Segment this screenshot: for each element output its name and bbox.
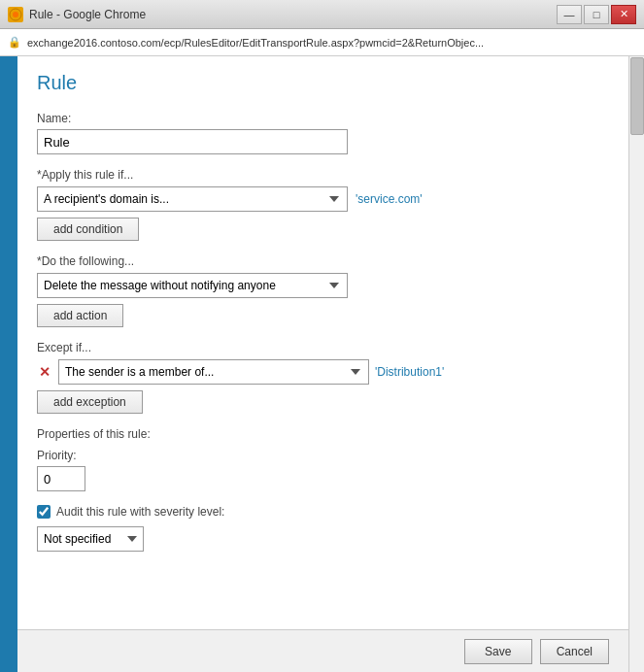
page-title: Rule — [37, 72, 609, 94]
apply-condition-select[interactable]: A recipient's domain is... — [37, 186, 348, 212]
do-action-row: Delete the message without notifying any… — [37, 273, 609, 298]
priority-input[interactable] — [37, 466, 85, 491]
properties-label: Properties of this rule: — [37, 427, 609, 441]
title-bar: Rule - Google Chrome — □ ✕ — [0, 0, 644, 29]
except-if-label: Except if... — [37, 341, 609, 354]
main-container: Rule Name: *Apply this rule if... A reci… — [0, 56, 644, 672]
exception-select[interactable]: The sender is a member of... — [58, 359, 369, 385]
svg-point-1 — [13, 12, 18, 17]
apply-condition-row: A recipient's domain is... 'service.com' — [37, 186, 609, 212]
close-button[interactable]: ✕ — [611, 5, 636, 24]
address-bar: 🔒 exchange2016.contoso.com/ecp/RulesEdit… — [0, 29, 644, 56]
exception-row: ✕ The sender is a member of... 'Distribu… — [37, 359, 609, 385]
name-label: Name: — [37, 112, 609, 125]
sidebar-accent — [0, 56, 17, 672]
content-area: Rule Name: *Apply this rule if... A reci… — [17, 56, 628, 672]
except-if-group: Except if... ✕ The sender is a member of… — [37, 341, 609, 414]
do-following-label: *Do the following... — [37, 254, 609, 268]
save-button[interactable]: Save — [464, 639, 532, 664]
properties-group: Properties of this rule: Priority: Audit… — [37, 427, 609, 552]
apply-if-label: *Apply this rule if... — [37, 168, 609, 182]
content-scroll: Rule Name: *Apply this rule if... A reci… — [37, 72, 609, 614]
scrollbar[interactable] — [628, 56, 644, 672]
scrollbar-thumb[interactable] — [630, 57, 644, 135]
window-controls: — □ ✕ — [557, 5, 636, 24]
exception-link[interactable]: 'Distribution1' — [375, 365, 444, 379]
address-text: exchange2016.contoso.com/ecp/RulesEditor… — [27, 37, 636, 49]
do-action-select[interactable]: Delete the message without notifying any… — [37, 273, 348, 298]
title-bar-left: Rule - Google Chrome — [8, 7, 146, 22]
severity-select[interactable]: Not specified Low Medium High — [37, 526, 144, 552]
minimize-button[interactable]: — — [557, 5, 582, 24]
remove-exception-button[interactable]: ✕ — [37, 365, 52, 379]
window-title: Rule - Google Chrome — [29, 8, 146, 21]
lock-icon: 🔒 — [8, 36, 21, 49]
priority-label: Priority: — [37, 449, 609, 462]
browser-icon — [8, 7, 23, 22]
severity-dropdown-row: Not specified Low Medium High — [37, 526, 609, 552]
cancel-button[interactable]: Cancel — [540, 639, 609, 664]
do-following-group: *Do the following... Delete the message … — [37, 254, 609, 327]
apply-if-group: *Apply this rule if... A recipient's dom… — [37, 168, 609, 241]
bottom-bar: Save Cancel — [17, 629, 628, 672]
add-action-button[interactable]: add action — [37, 304, 123, 327]
priority-group: Priority: — [37, 449, 609, 491]
apply-condition-link[interactable]: 'service.com' — [356, 192, 423, 206]
name-group: Name: — [37, 112, 609, 154]
audit-label: Audit this rule with severity level: — [56, 505, 224, 519]
audit-checkbox-row: Audit this rule with severity level: — [37, 505, 609, 519]
name-input[interactable] — [37, 129, 348, 154]
audit-checkbox[interactable] — [37, 505, 51, 519]
add-exception-button[interactable]: add exception — [37, 390, 143, 414]
add-condition-button[interactable]: add condition — [37, 218, 139, 241]
maximize-button[interactable]: □ — [584, 5, 609, 24]
